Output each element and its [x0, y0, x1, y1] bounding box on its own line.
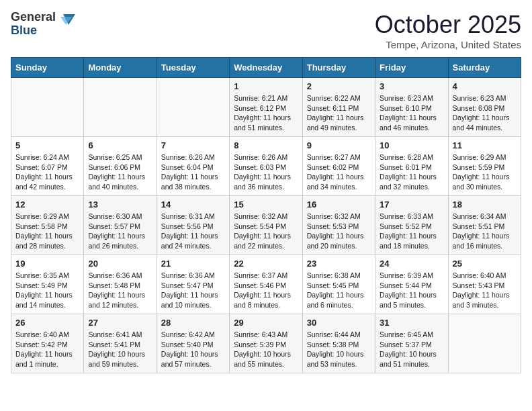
day-number: 18: [453, 199, 517, 210]
calendar-table: Sunday Monday Tuesday Wednesday Thursday…: [11, 57, 521, 373]
day-info: Sunrise: 6:32 AMSunset: 5:54 PMDaylight:…: [234, 212, 298, 251]
col-saturday: Saturday: [448, 58, 521, 78]
day-number: 25: [453, 259, 517, 269]
col-wednesday: Wednesday: [230, 58, 302, 78]
calendar-cell: 4Sunrise: 6:23 AMSunset: 6:08 PMDaylight…: [448, 78, 521, 137]
col-monday: Monday: [84, 58, 157, 78]
day-info: Sunrise: 6:21 AMSunset: 6:12 PMDaylight:…: [234, 93, 298, 133]
day-info: Sunrise: 6:30 AMSunset: 5:57 PMDaylight:…: [88, 212, 152, 251]
calendar-title: October 2025: [375, 11, 521, 39]
calendar-cell: 16Sunrise: 6:32 AMSunset: 5:53 PMDayligh…: [302, 196, 375, 255]
day-number: 10: [380, 140, 443, 150]
week-row-5: 26Sunrise: 6:40 AMSunset: 5:42 PMDayligh…: [11, 314, 521, 373]
day-number: 2: [307, 81, 371, 91]
calendar-cell: 24Sunrise: 6:39 AMSunset: 5:44 PMDayligh…: [375, 255, 448, 314]
day-info: Sunrise: 6:26 AMSunset: 6:03 PMDaylight:…: [234, 152, 298, 192]
day-info: Sunrise: 6:22 AMSunset: 6:11 PMDaylight:…: [307, 93, 371, 133]
col-thursday: Thursday: [302, 58, 375, 78]
day-number: 3: [380, 81, 443, 91]
calendar-cell: 3Sunrise: 6:23 AMSunset: 6:10 PMDaylight…: [375, 78, 448, 137]
day-info: Sunrise: 6:44 AMSunset: 5:38 PMDaylight:…: [307, 330, 371, 369]
logo-blue-text: Blue: [11, 24, 37, 37]
col-sunday: Sunday: [11, 58, 84, 78]
day-info: Sunrise: 6:40 AMSunset: 5:42 PMDaylight:…: [15, 330, 79, 369]
day-number: 28: [161, 318, 225, 328]
calendar-cell: 17Sunrise: 6:33 AMSunset: 5:52 PMDayligh…: [375, 196, 448, 255]
day-info: Sunrise: 6:34 AMSunset: 5:51 PMDaylight:…: [453, 212, 517, 251]
calendar-cell: 20Sunrise: 6:36 AMSunset: 5:48 PMDayligh…: [84, 255, 157, 314]
day-number: 5: [15, 140, 79, 150]
week-row-2: 5Sunrise: 6:24 AMSunset: 6:07 PMDaylight…: [11, 137, 521, 196]
calendar-cell: 19Sunrise: 6:35 AMSunset: 5:49 PMDayligh…: [11, 255, 84, 314]
day-info: Sunrise: 6:27 AMSunset: 6:02 PMDaylight:…: [307, 152, 371, 192]
day-number: 6: [88, 140, 152, 150]
day-info: Sunrise: 6:29 AMSunset: 5:58 PMDaylight:…: [15, 212, 79, 251]
day-number: 17: [380, 199, 443, 210]
calendar-cell: 1Sunrise: 6:21 AMSunset: 6:12 PMDaylight…: [230, 78, 302, 137]
day-number: 21: [161, 259, 225, 269]
calendar-cell: [157, 78, 229, 137]
day-info: Sunrise: 6:36 AMSunset: 5:47 PMDaylight:…: [161, 271, 225, 310]
calendar-cell: 31Sunrise: 6:45 AMSunset: 5:37 PMDayligh…: [375, 314, 448, 373]
day-number: 29: [234, 318, 298, 328]
calendar-cell: [11, 78, 84, 137]
calendar-cell: 10Sunrise: 6:28 AMSunset: 6:01 PMDayligh…: [375, 137, 448, 196]
day-number: 22: [234, 259, 298, 269]
day-number: 9: [307, 140, 371, 150]
day-info: Sunrise: 6:25 AMSunset: 6:06 PMDaylight:…: [88, 152, 152, 192]
calendar-cell: 21Sunrise: 6:36 AMSunset: 5:47 PMDayligh…: [157, 255, 229, 314]
calendar-cell: 9Sunrise: 6:27 AMSunset: 6:02 PMDaylight…: [302, 137, 375, 196]
calendar-cell: 18Sunrise: 6:34 AMSunset: 5:51 PMDayligh…: [448, 196, 521, 255]
calendar-cell: [84, 78, 157, 137]
day-info: Sunrise: 6:29 AMSunset: 5:59 PMDaylight:…: [453, 152, 517, 192]
header: General Blue October 2025 Tempe, Arizona…: [11, 11, 521, 50]
week-row-4: 19Sunrise: 6:35 AMSunset: 5:49 PMDayligh…: [11, 255, 521, 314]
col-friday: Friday: [375, 58, 448, 78]
day-info: Sunrise: 6:24 AMSunset: 6:07 PMDaylight:…: [15, 152, 79, 192]
calendar-cell: [448, 314, 521, 373]
day-info: Sunrise: 6:41 AMSunset: 5:41 PMDaylight:…: [88, 330, 152, 369]
calendar-subtitle: Tempe, Arizona, United States: [375, 39, 521, 50]
day-info: Sunrise: 6:37 AMSunset: 5:46 PMDaylight:…: [234, 271, 298, 310]
calendar-cell: 27Sunrise: 6:41 AMSunset: 5:41 PMDayligh…: [84, 314, 157, 373]
calendar-cell: 15Sunrise: 6:32 AMSunset: 5:54 PMDayligh…: [230, 196, 302, 255]
day-number: 15: [234, 199, 298, 210]
day-info: Sunrise: 6:23 AMSunset: 6:08 PMDaylight:…: [453, 93, 517, 133]
day-number: 8: [234, 140, 298, 150]
day-info: Sunrise: 6:35 AMSunset: 5:49 PMDaylight:…: [15, 271, 79, 310]
day-info: Sunrise: 6:38 AMSunset: 5:45 PMDaylight:…: [307, 271, 371, 310]
calendar-cell: 22Sunrise: 6:37 AMSunset: 5:46 PMDayligh…: [230, 255, 302, 314]
calendar-cell: 8Sunrise: 6:26 AMSunset: 6:03 PMDaylight…: [230, 137, 302, 196]
day-info: Sunrise: 6:31 AMSunset: 5:56 PMDaylight:…: [161, 212, 225, 251]
calendar-cell: 30Sunrise: 6:44 AMSunset: 5:38 PMDayligh…: [302, 314, 375, 373]
calendar-cell: 14Sunrise: 6:31 AMSunset: 5:56 PMDayligh…: [157, 196, 229, 255]
day-number: 11: [453, 140, 517, 150]
day-number: 27: [88, 318, 152, 328]
calendar-cell: 11Sunrise: 6:29 AMSunset: 5:59 PMDayligh…: [448, 137, 521, 196]
day-info: Sunrise: 6:23 AMSunset: 6:10 PMDaylight:…: [380, 93, 443, 133]
day-number: 16: [307, 199, 371, 210]
day-number: 12: [15, 199, 79, 210]
calendar-cell: 26Sunrise: 6:40 AMSunset: 5:42 PMDayligh…: [11, 314, 84, 373]
day-number: 13: [88, 199, 152, 210]
day-number: 19: [15, 259, 79, 269]
day-info: Sunrise: 6:42 AMSunset: 5:40 PMDaylight:…: [161, 330, 225, 369]
day-info: Sunrise: 6:36 AMSunset: 5:48 PMDaylight:…: [88, 271, 152, 310]
calendar-cell: 2Sunrise: 6:22 AMSunset: 6:11 PMDaylight…: [302, 78, 375, 137]
week-row-1: 1Sunrise: 6:21 AMSunset: 6:12 PMDaylight…: [11, 78, 521, 137]
logo: General Blue: [11, 11, 73, 38]
day-info: Sunrise: 6:33 AMSunset: 5:52 PMDaylight:…: [380, 212, 443, 251]
day-number: 23: [307, 259, 371, 269]
day-number: 7: [161, 140, 225, 150]
calendar-cell: 23Sunrise: 6:38 AMSunset: 5:45 PMDayligh…: [302, 255, 375, 314]
calendar-cell: 5Sunrise: 6:24 AMSunset: 6:07 PMDaylight…: [11, 137, 84, 196]
day-info: Sunrise: 6:43 AMSunset: 5:39 PMDaylight:…: [234, 330, 298, 369]
day-number: 1: [234, 81, 298, 91]
title-section: October 2025 Tempe, Arizona, United Stat…: [375, 11, 521, 50]
day-number: 31: [380, 318, 443, 328]
logo-text: General Blue: [11, 11, 73, 38]
day-info: Sunrise: 6:45 AMSunset: 5:37 PMDaylight:…: [380, 330, 443, 369]
header-row: Sunday Monday Tuesday Wednesday Thursday…: [11, 58, 521, 78]
calendar-cell: 29Sunrise: 6:43 AMSunset: 5:39 PMDayligh…: [230, 314, 302, 373]
week-row-3: 12Sunrise: 6:29 AMSunset: 5:58 PMDayligh…: [11, 196, 521, 255]
